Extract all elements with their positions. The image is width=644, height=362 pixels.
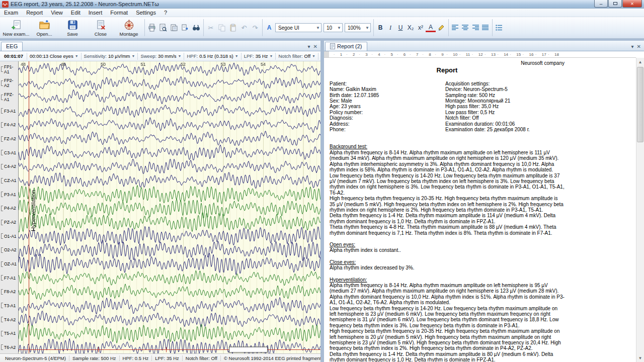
acquisition-settings-block: Acquisition settings: Device: Neuron-Spe… xyxy=(445,81,565,133)
page-setup-button[interactable] xyxy=(169,22,180,33)
channel-label[interactable]: F7-A1 xyxy=(0,271,18,285)
align-right-button[interactable] xyxy=(470,23,480,33)
align-left-icon xyxy=(452,25,459,31)
tab-report[interactable]: Report (2) xyxy=(325,42,367,51)
channel-label[interactable]: F4-A2 xyxy=(0,118,18,132)
channel-label[interactable]: FPZ-A1 xyxy=(0,90,18,104)
chevron-down-icon: ▼ xyxy=(178,54,182,58)
ruler-number: 18 xyxy=(554,52,559,57)
scroll-down-icon[interactable]: ▼ xyxy=(636,354,644,362)
italic-button[interactable]: I xyxy=(385,23,395,33)
montage-button[interactable]: Montage xyxy=(115,18,143,38)
panel-splitter[interactable] xyxy=(320,41,324,362)
channel-label[interactable]: T4-A2 xyxy=(0,313,18,327)
maximize-button[interactable] xyxy=(608,0,622,8)
channel-label[interactable]: T5-A1 xyxy=(0,326,18,340)
eeg-trace-area[interactable]: 48495051525354 Hyperventilation xyxy=(19,61,320,353)
align-center-button[interactable] xyxy=(460,23,470,33)
channel-label[interactable]: P3-A1 xyxy=(0,188,18,202)
channel-range-icon xyxy=(1,261,3,267)
scroll-up-icon[interactable]: ▲ xyxy=(636,58,644,66)
channel-label[interactable]: T3-A1 xyxy=(0,299,18,313)
channel-label[interactable]: F3-A1 xyxy=(0,104,18,118)
channel-label[interactable]: F8-A2 xyxy=(0,285,18,299)
search-button[interactable] xyxy=(191,22,202,33)
panel-menu-icon[interactable]: ▾ xyxy=(631,44,634,49)
panel-menu-icon[interactable]: ▾ xyxy=(308,44,310,49)
undo-button[interactable]: ↶ xyxy=(238,22,250,33)
channel-label[interactable]: C4-A2 xyxy=(0,160,18,174)
report-document[interactable]: Neurosoft company Report Patient: Name: … xyxy=(324,58,636,362)
menu-item[interactable]: View xyxy=(47,9,67,16)
align-left-button[interactable] xyxy=(450,23,460,33)
toolbar: New exam... Open... Save Close Montage xyxy=(0,17,644,39)
scrollbar-thumb[interactable] xyxy=(637,67,643,142)
list-button[interactable] xyxy=(494,23,504,33)
print-preview-button[interactable] xyxy=(157,22,169,33)
report-paragraph: Theta rhythm frequency is 4-8 Hz. Theta … xyxy=(330,224,565,236)
ruler-number: 10 xyxy=(453,52,457,57)
subscript-button[interactable]: X₂ xyxy=(406,23,416,33)
channel-label[interactable]: O2-A2 xyxy=(0,243,18,257)
zoom-select[interactable]: 100% ▼ xyxy=(345,23,371,32)
align-justify-button[interactable] xyxy=(480,23,491,33)
underline-button[interactable]: U xyxy=(395,23,406,33)
channel-label[interactable]: PZ-A2 xyxy=(0,215,18,229)
sweep-select[interactable]: Sweep: 30 mm/s▼ xyxy=(139,53,183,59)
report-scrollbar[interactable]: ▲ ▼ xyxy=(636,58,644,362)
channel-label[interactable]: FP1-A1 xyxy=(0,62,18,76)
channel-range-icon xyxy=(1,289,3,295)
channel-label[interactable]: CZ-A1 xyxy=(0,173,18,188)
save-button[interactable]: Save xyxy=(58,18,87,38)
company-name: Neurosoft company xyxy=(330,60,565,66)
cut-button[interactable]: ✂ xyxy=(205,22,216,33)
panel-close-icon[interactable]: ✕ xyxy=(313,44,317,49)
channel-range-icon xyxy=(1,317,3,322)
app-icon[interactable] xyxy=(2,1,9,8)
redo-button[interactable]: ↷ xyxy=(250,22,261,33)
font-name-select[interactable]: Segoe UI ▼ xyxy=(275,23,321,32)
menu-item[interactable]: Report xyxy=(22,9,47,16)
lpf-select[interactable]: LPF: 35 Hz▼ xyxy=(243,53,275,59)
open-button[interactable]: Open... xyxy=(30,18,58,38)
font-color-button[interactable]: A xyxy=(426,24,436,32)
sensitivity-select[interactable]: Sensitivity: 10 µV/mm▼ xyxy=(83,53,137,59)
close-exam-button[interactable]: Close xyxy=(87,18,115,38)
channel-label[interactable]: FP2-A2 xyxy=(0,76,18,90)
channel-label[interactable]: T6-A2 xyxy=(0,340,18,354)
report-paragraph: Delta rhythm frequency is 1-4 Hz. Delta … xyxy=(330,351,565,362)
superscript-button[interactable]: x² xyxy=(416,23,426,33)
channel-label[interactable]: FZ-A2 xyxy=(0,132,18,146)
export-button[interactable] xyxy=(180,22,191,33)
channel-label[interactable]: OZ-A1 xyxy=(0,257,18,271)
tab-eeg[interactable]: EEG xyxy=(1,42,23,51)
bold-button[interactable]: B xyxy=(375,23,385,33)
channel-label[interactable]: O1-A1 xyxy=(0,229,18,243)
close-button[interactable]: × xyxy=(622,0,642,8)
panel-close-icon[interactable]: ✕ xyxy=(637,44,641,49)
eeg-waveforms-canvas[interactable] xyxy=(19,61,320,353)
close-exam-icon xyxy=(95,19,107,31)
menu-item[interactable]: ? xyxy=(160,9,171,16)
hpf-select[interactable]: HPF: 0.5 Hz (0.318 s)▼ xyxy=(185,53,239,59)
notch-select[interactable]: Notch filter: Off▼ xyxy=(277,53,316,59)
channel-label[interactable]: P4-A2 xyxy=(0,202,18,216)
event-select[interactable]: 00:00:13 Close eyes▼ xyxy=(28,53,80,59)
ruler-number: 16 xyxy=(529,52,534,57)
copy-button[interactable] xyxy=(216,22,227,33)
print-button[interactable] xyxy=(146,22,157,33)
font-size-select[interactable]: 10 ▼ xyxy=(324,23,343,32)
menu-item[interactable]: Edit xyxy=(67,9,85,16)
menu-item[interactable]: Insert xyxy=(85,9,107,16)
font-button[interactable]: A xyxy=(264,23,274,33)
patient-info-row: Sex: Male xyxy=(330,98,445,104)
menu-item[interactable]: Format xyxy=(106,9,132,16)
menu-item[interactable]: Settings xyxy=(132,9,160,16)
menu-item[interactable]: Exam xyxy=(0,9,22,16)
new-exam-button[interactable]: New exam... xyxy=(2,18,30,38)
highlight-button[interactable] xyxy=(436,22,447,33)
minimize-button[interactable]: – xyxy=(594,0,608,8)
status-lpf: LPF: 35 Hz xyxy=(151,355,182,361)
channel-label[interactable]: C3-A1 xyxy=(0,146,18,160)
paste-button[interactable] xyxy=(227,22,238,33)
